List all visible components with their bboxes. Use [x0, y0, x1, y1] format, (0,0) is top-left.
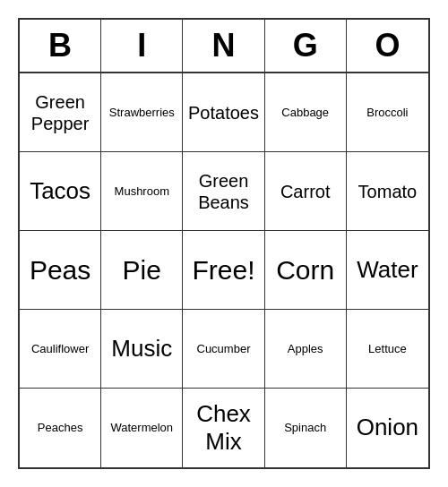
- cell-text: Music: [111, 335, 172, 363]
- bingo-cell: Corn: [265, 231, 347, 310]
- cell-text: Free!: [192, 254, 254, 286]
- cell-text: Onion: [357, 414, 418, 441]
- cell-text: Tacos: [30, 177, 90, 205]
- cell-text: Apples: [288, 342, 323, 356]
- bingo-cell: Lettuce: [347, 310, 428, 389]
- cell-text: Mushroom: [115, 184, 169, 199]
- cell-text: Spinach: [284, 421, 326, 435]
- bingo-cell: Spinach: [265, 389, 347, 467]
- bingo-header: BINGO: [20, 20, 428, 73]
- cell-text: Cauliflower: [31, 342, 89, 356]
- cell-text: Strawberries: [109, 106, 175, 120]
- bingo-cell: Cauliflower: [20, 310, 101, 389]
- cell-text: Peaches: [38, 421, 83, 435]
- cell-text: Pie: [123, 254, 161, 286]
- bingo-cell: GreenPepper: [20, 73, 101, 152]
- bingo-cell: Pie: [101, 231, 183, 310]
- bingo-cell: ChexMix: [183, 389, 264, 467]
- bingo-cell: Water: [347, 231, 428, 310]
- bingo-cell: Tomato: [347, 152, 428, 231]
- cell-text: ChexMix: [196, 400, 251, 456]
- cell-text: GreenPepper: [31, 91, 90, 134]
- bingo-cell: Broccoli: [347, 73, 428, 152]
- cell-text: Potatoes: [188, 102, 259, 124]
- cell-text: Tomato: [358, 181, 418, 202]
- bingo-cell: Cucumber: [183, 310, 264, 389]
- bingo-cell: Cabbage: [265, 73, 347, 152]
- bingo-cell: Free!: [183, 231, 264, 310]
- bingo-cell: Potatoes: [183, 73, 264, 152]
- cell-text: Broccoli: [366, 106, 408, 120]
- cell-text: Cucumber: [197, 342, 251, 356]
- bingo-card: BINGO GreenPepperStrawberriesPotatoesCab…: [18, 18, 430, 469]
- bingo-cell: GreenBeans: [183, 152, 264, 231]
- cell-text: Corn: [276, 254, 334, 286]
- bingo-cell: Watermelon: [101, 389, 183, 467]
- header-letter: N: [183, 20, 264, 72]
- bingo-cell: Mushroom: [101, 152, 183, 231]
- bingo-cell: Carrot: [265, 152, 347, 231]
- cell-text: Peas: [30, 254, 90, 286]
- cell-text: Carrot: [280, 181, 331, 202]
- header-letter: I: [101, 20, 183, 72]
- cell-text: Water: [357, 256, 418, 284]
- bingo-grid: GreenPepperStrawberriesPotatoesCabbageBr…: [20, 73, 428, 467]
- bingo-cell: Music: [101, 310, 183, 389]
- bingo-cell: Peaches: [20, 389, 101, 467]
- header-letter: O: [347, 20, 428, 72]
- bingo-cell: Onion: [347, 389, 428, 467]
- cell-text: Watermelon: [110, 421, 173, 435]
- cell-text: Lettuce: [368, 342, 407, 356]
- bingo-cell: Apples: [265, 310, 347, 389]
- bingo-cell: Peas: [20, 231, 101, 310]
- cell-text: GreenBeans: [198, 170, 249, 213]
- bingo-cell: Tacos: [20, 152, 101, 231]
- header-letter: G: [265, 20, 347, 72]
- cell-text: Cabbage: [281, 106, 329, 120]
- header-letter: B: [20, 20, 101, 72]
- bingo-cell: Strawberries: [101, 73, 183, 152]
